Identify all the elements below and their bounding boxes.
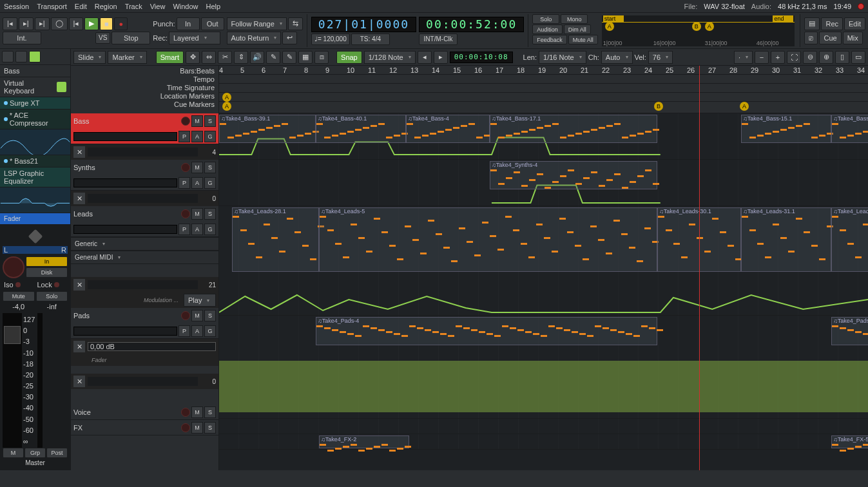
midi-note[interactable] <box>320 444 326 446</box>
midi-note[interactable] <box>430 133 436 135</box>
cue-marker[interactable]: A <box>740 102 749 111</box>
midi-note[interactable] <box>363 127 369 129</box>
stop-button[interactable]: ■ <box>100 17 113 30</box>
edit-tool-icon[interactable]: ✎ <box>282 51 296 64</box>
midi-note[interactable] <box>832 216 838 218</box>
plugin-bass21[interactable]: * Bass21 <box>0 155 70 167</box>
midi-note[interactable] <box>505 216 512 218</box>
track-mute-button[interactable]: M <box>191 422 203 434</box>
playhead[interactable] <box>699 66 700 470</box>
automation-modulation[interactable]: Modulation ...Play <box>71 292 218 308</box>
mono-button[interactable]: Mono <box>561 14 588 24</box>
leads-gm-dropdown[interactable]: General MIDI <box>71 251 218 264</box>
track-lane-bass[interactable]: Take4_Bass-39.1Take4_Bass-40.1Take4_Bass… <box>219 113 868 160</box>
midi-note[interactable] <box>749 229 756 231</box>
midi-note[interactable] <box>622 137 628 138</box>
midi-note[interactable] <box>316 123 323 125</box>
track-header-voice[interactable]: VoiceMS <box>71 405 218 420</box>
midi-note[interactable] <box>529 129 535 131</box>
midi-note[interactable] <box>506 177 512 179</box>
zoom-in-icon[interactable]: + <box>771 51 785 64</box>
midi-note[interactable] <box>847 243 854 245</box>
nudge-right-icon[interactable]: ▸ <box>434 51 448 64</box>
midi-note[interactable] <box>840 327 846 329</box>
midi-note[interactable] <box>548 325 555 327</box>
plugin-lsp-eq[interactable]: LSP Graphic Equalizer <box>0 167 70 187</box>
zoom-out-icon[interactable]: − <box>755 51 769 64</box>
menu-view[interactable]: View <box>150 3 166 10</box>
midi-note[interactable] <box>343 256 349 258</box>
midi-note[interactable] <box>658 216 664 218</box>
midi-note[interactable] <box>657 329 663 331</box>
plugin-ace-compressor[interactable]: * ACE Compressor <box>0 110 70 129</box>
midi-note[interactable] <box>386 137 392 138</box>
plugin-surge[interactable]: Surge XT <box>0 97 70 110</box>
midi-note[interactable] <box>590 225 597 227</box>
midi-note[interactable] <box>405 446 411 448</box>
midi-region[interactable]: Take4_Leads-5 <box>319 207 657 272</box>
automation-lane-bass[interactable]: ✕4 <box>71 144 218 160</box>
track-solo-button[interactable]: S <box>204 310 216 321</box>
midi-note[interactable] <box>644 227 651 229</box>
midi-region[interactable]: Take4_Leads-31.1 <box>741 207 831 272</box>
draw-tool-icon[interactable]: ✎ <box>266 51 280 64</box>
midi-note[interactable] <box>494 335 501 337</box>
ruler-bars[interactable]: 4567891011121314151617181920212223242526… <box>219 66 868 75</box>
midi-note[interactable] <box>374 446 380 448</box>
audition-button[interactable]: Audition <box>532 24 563 34</box>
midi-note[interactable] <box>704 251 711 253</box>
track-rec-icon[interactable] <box>181 423 190 432</box>
midi-note[interactable] <box>757 243 764 245</box>
midi-note[interactable] <box>482 222 488 224</box>
midi-note[interactable] <box>840 137 846 138</box>
track-gain-slider[interactable] <box>73 132 177 141</box>
automation-button[interactable]: A <box>191 325 203 337</box>
ruler-cue[interactable]: A B A <box>219 102 868 113</box>
midi-note[interactable] <box>381 444 388 446</box>
midi-note[interactable] <box>389 245 396 247</box>
rec-page-button[interactable]: Rec <box>821 17 843 30</box>
object-tool-icon[interactable]: ✥ <box>186 51 200 64</box>
midi-region[interactable]: Take4_Bass <box>831 115 868 143</box>
midi-note[interactable] <box>811 245 818 247</box>
midi-note[interactable] <box>405 225 411 227</box>
midi-note[interactable] <box>448 335 454 337</box>
midi-note[interactable] <box>533 333 539 335</box>
midi-note[interactable] <box>575 245 581 247</box>
midi-note[interactable] <box>536 224 543 225</box>
track-rec-icon[interactable] <box>181 209 190 218</box>
midi-note[interactable] <box>327 450 334 452</box>
midi-note[interactable] <box>773 224 779 225</box>
midi-region[interactable]: Take4_FX-5. <box>831 435 868 448</box>
midi-note[interactable] <box>422 135 429 137</box>
track-header-leads[interactable]: LeadsMS PAG <box>71 206 218 237</box>
midi-note[interactable] <box>552 123 559 125</box>
midi-note[interactable] <box>401 335 408 337</box>
midi-note[interactable] <box>622 187 628 189</box>
midi-note[interactable] <box>614 123 621 125</box>
midi-note[interactable] <box>804 123 810 125</box>
channel-dropdown[interactable]: Auto <box>601 51 633 64</box>
midi-note[interactable] <box>598 239 604 241</box>
midi-note[interactable] <box>479 331 485 333</box>
midi-note[interactable] <box>386 331 392 333</box>
track-gain-slider[interactable] <box>73 225 177 234</box>
track-lane-fx[interactable]: Take4_FX-2Take4_FX-5. <box>219 434 868 450</box>
ruler-label[interactable]: Location Markers <box>160 92 215 100</box>
midi-note[interactable] <box>498 183 505 185</box>
midi-note[interactable] <box>855 446 862 448</box>
group-button[interactable]: G <box>204 325 216 337</box>
midi-note[interactable] <box>633 335 640 337</box>
midi-note[interactable] <box>591 171 597 173</box>
midi-note[interactable] <box>645 131 651 133</box>
rec-enable-button[interactable] <box>3 256 24 278</box>
mute-all-button[interactable]: Mute All <box>568 35 598 44</box>
midi-note[interactable] <box>498 137 505 138</box>
midi-note[interactable] <box>521 243 527 245</box>
midi-note[interactable] <box>287 218 293 220</box>
auto-mode-dropdown[interactable]: Play <box>184 294 216 307</box>
group-button[interactable]: G <box>204 131 216 142</box>
midi-note[interactable] <box>591 129 597 131</box>
track-rec-icon[interactable] <box>181 163 190 172</box>
midi-note[interactable] <box>552 181 559 183</box>
